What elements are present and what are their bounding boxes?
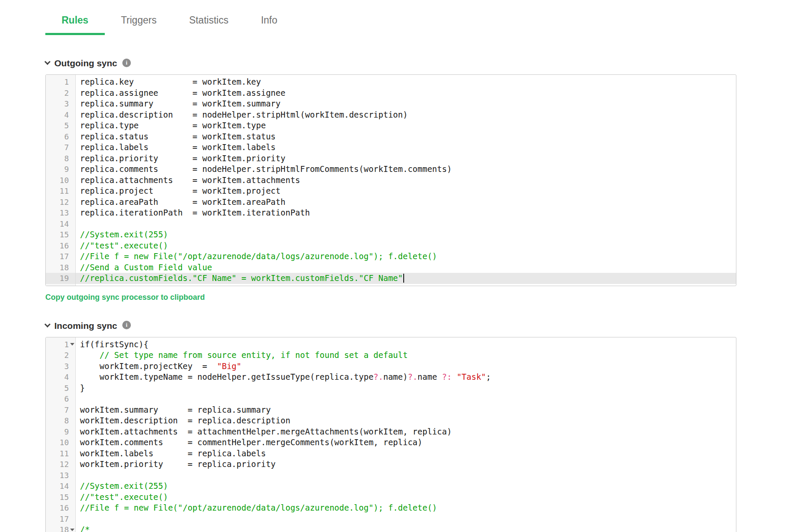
line-number-label: 6 (64, 393, 69, 405)
line-number-label: 17 (59, 514, 69, 525)
line-number: 17 (46, 251, 75, 262)
line-number: 11 (46, 186, 75, 197)
code-line[interactable]: workItem.priority = replica.priority (76, 459, 736, 470)
line-number: 8 (46, 153, 75, 164)
line-number: 9 (46, 164, 75, 175)
code-area[interactable]: replica.key = workItem.keyreplica.assign… (76, 75, 736, 286)
line-number-label: 18 (59, 524, 69, 532)
line-number-gutter: 123456789101112131415161718 (46, 337, 76, 532)
line-number-label: 15 (59, 492, 69, 503)
code-line[interactable] (76, 514, 736, 525)
line-number-label: 17 (59, 251, 69, 262)
line-number-label: 8 (64, 153, 69, 164)
code-line[interactable]: //File f = new File("/opt/azurenode/data… (76, 251, 736, 262)
code-line[interactable]: replica.assignee = workItem.assignee (76, 88, 736, 99)
code-line[interactable] (76, 470, 736, 481)
line-number: 15 (46, 229, 75, 240)
info-icon[interactable]: i (122, 321, 131, 329)
line-number: 13 (46, 470, 75, 481)
fold-arrow-icon[interactable] (70, 343, 74, 346)
line-number: 12 (46, 197, 75, 208)
code-line[interactable]: replica.key = workItem.key (76, 77, 736, 88)
code-line[interactable]: replica.project = workItem.project (76, 186, 736, 197)
incoming-sync-editor[interactable]: 123456789101112131415161718 if(firstSync… (45, 337, 736, 532)
copy-outgoing-sync-link[interactable]: Copy outgoing sync processor to clipboar… (45, 293, 205, 302)
chevron-down-icon[interactable] (44, 59, 50, 65)
line-number-label: 2 (64, 88, 69, 99)
line-number: 16 (46, 502, 75, 514)
outgoing-sync-header: Outgoing sync i (45, 58, 786, 68)
line-number-label: 3 (64, 98, 69, 109)
code-line[interactable]: workItem.comments = commentHelper.mergeC… (76, 437, 736, 448)
line-number-label: 3 (64, 361, 69, 372)
code-line[interactable]: replica.type = workItem.type (76, 120, 736, 131)
line-number: 9 (46, 426, 75, 437)
code-line[interactable]: //Send a Custom Field value (76, 262, 736, 273)
outgoing-sync-title: Outgoing sync (54, 58, 117, 68)
line-number: 4 (46, 372, 75, 383)
outgoing-sync-editor[interactable]: 12345678910111213141516171819 replica.ke… (45, 74, 736, 286)
line-number: 1 (46, 77, 75, 88)
code-line[interactable]: //System.exit(255) (76, 229, 736, 240)
line-number-label: 5 (64, 383, 69, 394)
code-line[interactable]: replica.attachments = workItem.attachmen… (76, 175, 736, 186)
line-number: 6 (46, 393, 75, 405)
code-line[interactable]: replica.iterationPath = workItem.iterati… (76, 207, 736, 219)
code-line[interactable]: replica.labels = workItem.labels (76, 142, 736, 153)
code-line[interactable]: replica.summary = workItem.summary (76, 98, 736, 109)
line-number-label: 1 (64, 339, 69, 350)
code-line[interactable]: //"test".execute() (76, 492, 736, 503)
code-line[interactable]: // Set type name from source entity, if … (76, 350, 736, 361)
tab-triggers[interactable]: Triggers (105, 10, 173, 35)
code-line[interactable]: workItem.summary = replica.summary (76, 405, 736, 416)
code-line[interactable]: workItem.projectKey = "Big" (76, 361, 736, 372)
tab-statistics[interactable]: Statistics (173, 10, 245, 35)
line-number: 4 (46, 109, 75, 121)
code-line[interactable] (76, 219, 736, 230)
code-area[interactable]: if(firstSync){ // Set type name from sou… (76, 337, 736, 532)
code-line[interactable] (76, 393, 736, 405)
code-line[interactable]: workItem.attachments = attachmentHelper.… (76, 426, 736, 437)
line-number-label: 8 (64, 415, 69, 426)
line-number-label: 14 (59, 481, 69, 492)
line-number: 7 (46, 142, 75, 153)
tab-rules[interactable]: Rules (45, 10, 105, 35)
code-line[interactable]: replica.comments = nodeHelper.stripHtmlF… (76, 164, 736, 175)
line-number-label: 7 (64, 405, 69, 416)
fold-arrow-icon[interactable] (70, 529, 74, 531)
line-number-label: 4 (64, 372, 69, 383)
line-number-label: 10 (59, 175, 69, 186)
info-icon[interactable]: i (122, 59, 131, 67)
line-number: 12 (46, 459, 75, 470)
rules-page: Rules Triggers Statistics Info Outgoing … (0, 0, 786, 532)
line-number: 5 (46, 383, 75, 394)
line-number: 2 (46, 350, 75, 361)
line-number-label: 15 (59, 229, 69, 240)
code-line[interactable]: workItem.description = replica.descripti… (76, 415, 736, 426)
code-line[interactable]: } (76, 383, 736, 394)
incoming-sync-title: Incoming sync (54, 321, 117, 331)
code-line[interactable]: //"test".execute() (76, 240, 736, 251)
line-number-label: 5 (64, 120, 69, 131)
line-number-label: 19 (59, 273, 69, 284)
line-number-label: 18 (59, 262, 69, 273)
line-number: 3 (46, 361, 75, 372)
code-line[interactable]: replica.areaPath = workItem.areaPath (76, 197, 736, 208)
code-line[interactable]: replica.status = workItem.status (76, 131, 736, 142)
code-line[interactable]: workItem.typeName = nodeHelper.getIssueT… (76, 372, 736, 383)
code-line[interactable]: workItem.labels = replica.labels (76, 448, 736, 459)
code-line[interactable]: //System.exit(255) (76, 481, 736, 492)
code-line[interactable]: //File f = new File("/opt/azurenode/data… (76, 502, 736, 514)
code-line[interactable]: /* (76, 524, 736, 532)
line-number: 2 (46, 88, 75, 99)
line-number: 16 (46, 240, 75, 251)
tab-info[interactable]: Info (245, 10, 293, 35)
code-line[interactable]: replica.priority = workItem.priority (76, 153, 736, 164)
code-line[interactable]: //replica.customFields."CF Name" = workI… (76, 273, 736, 284)
line-number-label: 16 (59, 502, 69, 514)
line-number: 14 (46, 481, 75, 492)
code-line[interactable]: replica.description = nodeHelper.stripHt… (76, 109, 736, 121)
code-line[interactable]: if(firstSync){ (76, 339, 736, 350)
line-number: 17 (46, 514, 75, 525)
chevron-down-icon[interactable] (44, 321, 50, 327)
